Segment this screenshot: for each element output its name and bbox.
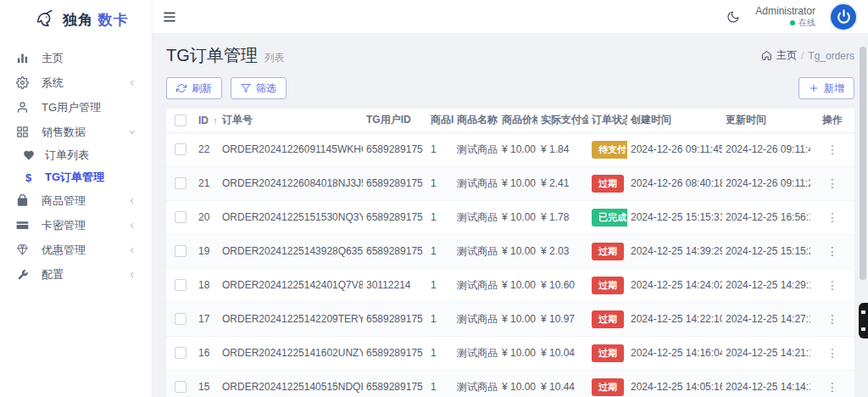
row-checkbox[interactable] (175, 381, 186, 393)
cell-status: 过期 (588, 302, 627, 336)
row-actions-icon[interactable]: ⋮ (821, 141, 843, 158)
brand-name: 独角 数卡 (63, 10, 129, 30)
cell-tg_user_id: 6589289175 (363, 336, 427, 370)
cell-price: ¥ 10.00 (498, 166, 537, 200)
cell-updated: 2024-12-25 14:14:19 (722, 370, 810, 397)
cell-created: 2024-12-26 09:11:45 (627, 132, 722, 166)
row-actions-icon[interactable]: ⋮ (821, 310, 843, 327)
row-checkbox[interactable] (175, 347, 186, 359)
status-badge: 过期 (592, 344, 624, 362)
gem-icon (15, 243, 30, 257)
sidebar-item-system[interactable]: 系统 (0, 70, 152, 95)
sidebar-item-label: 销售数据 (42, 125, 128, 140)
brand-logo[interactable]: 独角 数卡 (0, 0, 152, 39)
cell-status: 已完成 (588, 200, 627, 234)
app-window: 独角 数卡 主页系统TG用户管理销售数据订单列表$TG订单管理商品管理卡密管理优… (0, 0, 868, 397)
breadcrumb-separator: / (801, 50, 804, 62)
sidebar-item-config[interactable]: 配置 (0, 262, 152, 287)
sidebar-item-home[interactable]: 主页 (0, 46, 152, 70)
sidebar-item-label: 系统 (42, 75, 128, 91)
sidebar-item-promotions[interactable]: 优惠管理 (0, 238, 152, 262)
cell-tg_user_id: 6589289175 (363, 370, 427, 397)
cell-price: ¥ 10.00 (498, 234, 537, 268)
user-menu[interactable]: Administrator 在线 (755, 5, 815, 29)
cell-paid: ¥ 2.03 (537, 234, 588, 268)
row-checkbox[interactable] (175, 143, 186, 155)
row-checkbox[interactable] (175, 313, 186, 325)
power-logo-icon (837, 9, 851, 24)
cell-product_id: 1 (427, 370, 453, 397)
add-button[interactable]: 新增 (798, 77, 854, 99)
sidebar-item-label: 优惠管理 (42, 243, 128, 258)
cell-product_id: 1 (427, 268, 453, 302)
scrollbar-thumb[interactable] (860, 47, 866, 280)
sidebar-item-label: TG订单管理 (45, 170, 136, 185)
hamburger-menu-icon[interactable] (163, 10, 176, 24)
sidebar-item-order-list[interactable]: 订单列表 (0, 144, 152, 166)
table-row: 16ORDER20241225141602UNZYKR65892891751测试… (166, 336, 854, 370)
credit-card-icon (15, 218, 30, 232)
row-checkbox[interactable] (175, 177, 186, 189)
breadcrumb: 主页 / Tg_orders (761, 48, 854, 63)
cell-id: 22 (195, 132, 219, 166)
cell-created: 2024-12-25 14:16:04 (627, 336, 722, 370)
chevron-left-icon (128, 271, 136, 279)
filter-button[interactable]: 筛选 (231, 77, 287, 99)
sidebar-item-tg-orders[interactable]: $TG订单管理 (0, 166, 152, 188)
chevron-down-icon (128, 128, 136, 137)
refresh-button[interactable]: 刷新 (166, 77, 222, 99)
cell-updated: 2024-12-25 14:21:19 (722, 336, 810, 370)
dark-mode-toggle-icon[interactable] (726, 10, 740, 24)
row-actions-icon[interactable]: ⋮ (821, 378, 843, 395)
cell-id: 19 (195, 234, 219, 268)
bar-chart-icon (15, 51, 30, 65)
cell-status: 过期 (588, 268, 627, 302)
chevron-left-icon (128, 197, 136, 205)
cell-paid: ¥ 10.04 (537, 336, 588, 370)
breadcrumb-home[interactable]: 主页 (776, 48, 797, 63)
column-header: 操作 (810, 109, 854, 132)
column-header: 订单状态 (588, 109, 627, 132)
cell-updated: 2024-12-25 15:15:22 (722, 234, 810, 268)
cell-price: ¥ 10.00 (498, 336, 537, 370)
cell-product_name: 测试商品 (453, 302, 498, 336)
row-actions-icon[interactable]: ⋮ (821, 277, 843, 294)
cell-tg_user_id: 6589289175 (363, 234, 427, 268)
cell-product_name: 测试商品 (453, 234, 498, 268)
username: Administrator (755, 5, 815, 18)
chevron-left-icon (128, 79, 136, 87)
row-actions-icon[interactable]: ⋮ (821, 243, 843, 260)
row-actions-icon[interactable]: ⋮ (821, 175, 843, 192)
sidebar-item-tg-users[interactable]: TG用户管理 (0, 95, 152, 120)
cell-price: ¥ 10.00 (498, 132, 537, 166)
cell-paid: ¥ 2.41 (537, 166, 588, 200)
row-checkbox[interactable] (175, 245, 186, 257)
cell-id: 21 (195, 166, 219, 200)
column-header: 更新时间 (722, 109, 810, 132)
sidebar-item-sales-data[interactable]: 销售数据 (0, 120, 152, 144)
drag-handle[interactable] (859, 303, 868, 338)
row-checkbox[interactable] (175, 211, 186, 223)
orders-table: ID ↑订单号TG用户ID商品ID商品名称商品价格实际支付金额订单状态创建时间更… (166, 109, 854, 397)
column-header[interactable]: ID ↑ (195, 109, 219, 132)
cell-status: 过期 (588, 166, 627, 200)
cell-product_name: 测试商品 (453, 336, 498, 370)
table-row: 19ORDER20241225143928Q635CZ65892891751测试… (166, 234, 854, 268)
row-actions-icon[interactable]: ⋮ (821, 344, 843, 361)
row-checkbox[interactable] (175, 279, 186, 291)
cell-paid: ¥ 1.78 (537, 200, 588, 234)
sidebar-item-card-keys[interactable]: 卡密管理 (0, 213, 152, 238)
sort-ascending-icon: ↑ (213, 115, 218, 126)
avatar[interactable] (831, 4, 856, 30)
cell-paid: ¥ 10.97 (537, 302, 588, 336)
cell-id: 18 (195, 268, 219, 302)
select-all-checkbox[interactable] (175, 115, 186, 126)
sidebar-item-products[interactable]: 商品管理 (0, 188, 152, 213)
row-actions-icon[interactable]: ⋮ (821, 209, 843, 226)
cell-product_id: 1 (427, 132, 453, 166)
cell-product_id: 1 (427, 166, 453, 200)
cell-paid: ¥ 10.60 (537, 268, 588, 302)
online-status: 在线 (755, 18, 815, 29)
home-icon (761, 50, 772, 61)
column-header: 创建时间 (627, 109, 722, 132)
